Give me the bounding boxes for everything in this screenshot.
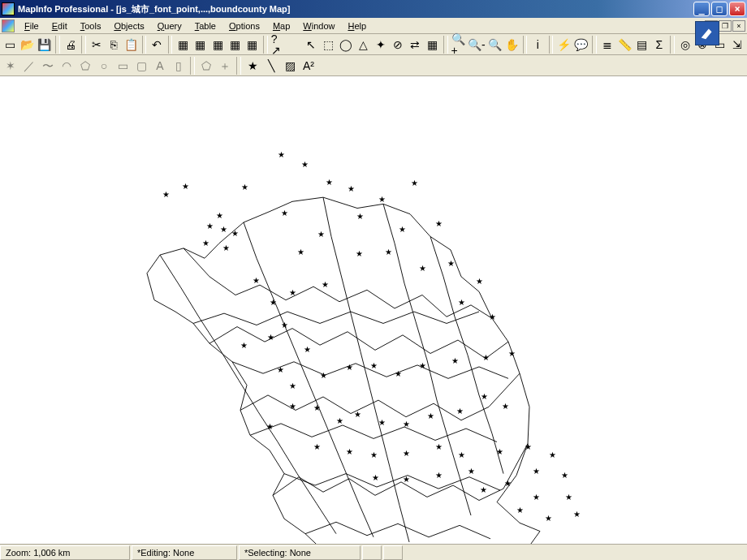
new-map-button[interactable]: ▦ [192, 36, 209, 54]
map-point-star: ★ [549, 450, 556, 459]
layer-control-button[interactable]: ≣ [599, 36, 615, 54]
marquee-select-button[interactable]: ⬚ [321, 36, 337, 54]
toolbar-separator [236, 57, 241, 75]
help-icon: ?↗ [271, 33, 286, 56]
text-style-button[interactable]: A² [300, 57, 317, 75]
menu-tools[interactable]: Tools [74, 19, 108, 32]
close-button[interactable]: × [729, 2, 745, 16]
new-browser-button[interactable]: ▦ [175, 36, 191, 54]
open-icon: 📂 [20, 39, 34, 50]
map-point-star: ★ [356, 249, 363, 258]
select-button[interactable]: ↖ [303, 36, 319, 54]
minimize-button[interactable]: _ [693, 2, 710, 16]
undo-button[interactable]: ↶ [149, 36, 165, 54]
statistics-icon: Σ [655, 39, 663, 50]
region-style-icon: ▨ [285, 60, 296, 71]
zoom-out-button[interactable]: 🔍- [468, 36, 486, 54]
toolbar-separator [549, 36, 554, 54]
map-point-star: ★ [411, 179, 418, 187]
new-redistrict-button[interactable]: ▦ [244, 36, 261, 54]
map-point-star: ★ [545, 514, 552, 523]
set-target-button[interactable]: ◎ [677, 36, 693, 54]
menu-map[interactable]: Map [266, 19, 296, 32]
save-button[interactable]: 💾 [37, 36, 53, 54]
ruler-button[interactable]: 📏 [616, 36, 633, 54]
print-button[interactable]: 🖨 [63, 36, 79, 54]
invert-select-icon: ⇄ [410, 39, 420, 50]
menu-bar: FileEditToolsObjectsQueryTableOptionsMap… [0, 18, 747, 34]
menu-file[interactable]: File [18, 19, 45, 32]
grabber-button[interactable]: ✋ [503, 36, 520, 54]
copy-button[interactable]: ⎘ [106, 36, 122, 54]
menu-query[interactable]: Query [151, 19, 188, 32]
hot-link-icon: ⚡ [557, 39, 571, 50]
map-point-star: ★ [278, 150, 285, 159]
label-button[interactable]: 💬 [573, 36, 589, 54]
unselect-button[interactable]: ⊘ [390, 36, 406, 54]
label-icon: 💬 [574, 39, 588, 50]
menu-options[interactable]: Options [222, 19, 266, 32]
menu-edit[interactable]: Edit [45, 19, 74, 32]
menu-window[interactable]: Window [296, 19, 341, 32]
mdi-app-icon[interactable] [2, 19, 15, 32]
new-graph-button[interactable]: ▦ [209, 36, 226, 54]
map-point-star: ★ [403, 475, 410, 484]
new-button[interactable]: ▭ [2, 36, 18, 54]
doc-restore-button[interactable]: ❐ [719, 20, 732, 32]
map-point-star: ★ [489, 312, 496, 321]
region-style-button[interactable]: ▨ [281, 57, 299, 75]
statistics-button[interactable]: Σ [651, 36, 667, 54]
status-snap [362, 545, 382, 560]
toolbar-separator [523, 36, 528, 54]
map-point-star: ★ [565, 493, 572, 502]
new-graph-icon: ▦ [213, 39, 223, 50]
map-point-star: ★ [403, 449, 410, 458]
map-point-star: ★ [162, 190, 170, 199]
menu-table[interactable]: Table [188, 19, 222, 32]
map-point-star: ★ [289, 402, 296, 411]
polyline-icon: 〜 [42, 60, 54, 71]
text-button: A [151, 57, 169, 75]
new-redistrict-icon: ▦ [247, 39, 257, 50]
maximize-button[interactable]: □ [711, 2, 728, 16]
toolbar-separator [670, 36, 675, 54]
symbol-style-button[interactable]: ★ [244, 57, 261, 75]
boundary-select-icon: ✦ [376, 39, 386, 50]
map-point-star: ★ [267, 333, 274, 342]
map-point-star: ★ [202, 239, 209, 248]
new-layout-button[interactable]: ▦ [227, 36, 243, 54]
invert-select-button[interactable]: ⇄ [407, 36, 423, 54]
ellipse-icon: ○ [101, 60, 107, 71]
map-point-star: ★ [356, 212, 364, 221]
paste-button[interactable]: 📋 [123, 36, 139, 54]
hot-link-button[interactable]: ⚡ [555, 36, 572, 54]
polygon-select-button[interactable]: △ [355, 36, 371, 54]
toolbar-separator [168, 36, 173, 54]
graph-select-button[interactable]: ▦ [425, 36, 441, 54]
map-point-star: ★ [240, 341, 248, 350]
zoom-out-icon: 🔍- [468, 39, 486, 50]
menu-help[interactable]: Help [341, 19, 373, 32]
radius-select-button[interactable]: ◯ [338, 36, 354, 54]
cut-button[interactable]: ✂ [89, 36, 105, 54]
drag-map-button[interactable]: ⇲ [729, 36, 745, 54]
line-style-button[interactable]: ╲ [262, 57, 280, 75]
menu-objects[interactable]: Objects [107, 19, 150, 32]
zoom-in-button[interactable]: 🔍+ [451, 36, 467, 54]
toolbar-separator [592, 36, 597, 54]
doc-close-button[interactable]: × [732, 20, 745, 32]
map-point-star: ★ [561, 471, 568, 480]
cut-icon: ✂ [92, 39, 101, 50]
map-point-star: ★ [480, 485, 487, 494]
map-point-star: ★ [370, 450, 378, 459]
boundary-select-button[interactable]: ✦ [373, 36, 389, 54]
frame-icon: ▯ [175, 60, 182, 71]
map-point-star: ★ [289, 288, 296, 297]
help-button[interactable]: ?↗ [270, 36, 287, 54]
info-button[interactable]: i [529, 36, 546, 54]
map-canvas[interactable]: ★★★★★★★★★★★★★★★★★★★★★★★★★★★★★★★★★★★★★★★★… [0, 76, 747, 544]
map-point-star: ★ [304, 345, 311, 354]
open-button[interactable]: 📂 [19, 36, 35, 54]
legend-button[interactable]: ▤ [633, 36, 650, 54]
change-view-button[interactable]: 🔍 [486, 36, 503, 54]
